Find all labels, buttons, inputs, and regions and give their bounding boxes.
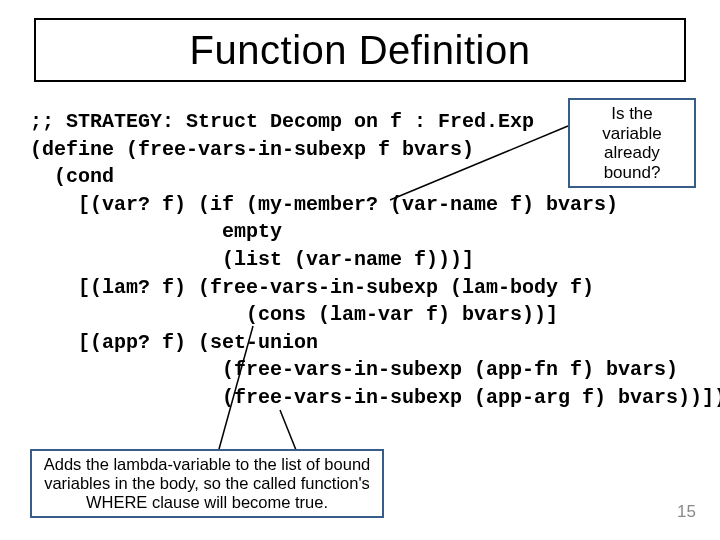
slide-title: Function Definition: [190, 28, 531, 73]
page-number: 15: [677, 502, 696, 522]
code-block: ;; STRATEGY: Struct Decomp on f : Fred.E…: [30, 108, 720, 412]
callout-text: Adds the lambda-variable to the list of …: [44, 455, 371, 511]
callout-lambda-var: Adds the lambda-variable to the list of …: [30, 449, 384, 518]
title-box: Function Definition: [34, 18, 686, 82]
